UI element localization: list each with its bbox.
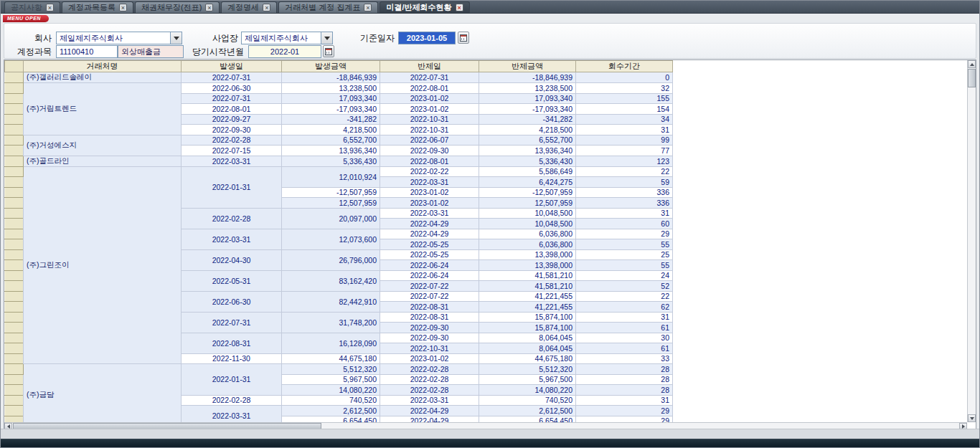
period-start-input[interactable]: 2022-01 — [248, 45, 321, 58]
cell-days[interactable]: 29 — [576, 229, 673, 239]
cell-issue-amount[interactable]: -341,282 — [282, 114, 380, 125]
cell-days[interactable]: 29 — [576, 406, 673, 416]
cell-settle-amount[interactable]: 41,221,455 — [479, 302, 576, 313]
cell-settle-date[interactable]: 2022-08-01 — [380, 83, 479, 94]
col-header-issue-amount[interactable]: 발생금액 — [282, 61, 380, 72]
row-selector[interactable] — [5, 104, 24, 115]
cell-settle-date[interactable]: 2022-08-01 — [380, 156, 479, 166]
cell-issue-date[interactable]: 2022-01-31 — [182, 364, 282, 396]
cell-settle-amount[interactable]: 41,221,455 — [479, 291, 576, 302]
cell-settle-amount[interactable]: 15,874,100 — [479, 312, 576, 323]
cell-settle-date[interactable]: 2022-09-30 — [380, 333, 479, 343]
tab-close-icon[interactable]: × — [456, 4, 463, 11]
row-selector[interactable] — [5, 72, 24, 83]
col-header-settle-amount[interactable]: 반제금액 — [479, 61, 576, 72]
cell-settle-amount[interactable]: 6,424,275 — [479, 177, 576, 188]
col-header-issue-date[interactable]: 발생일 — [182, 61, 282, 72]
cell-settle-amount[interactable]: 17,093,340 — [479, 93, 576, 104]
tab-close-icon[interactable]: × — [364, 4, 372, 11]
cell-settle-date[interactable]: 2022-04-29 — [380, 406, 479, 416]
cell-issue-amount[interactable]: 20,097,000 — [282, 208, 380, 229]
cell-issue-date[interactable]: 2022-07-15 — [182, 146, 282, 156]
cell-issue-date[interactable]: 2022-01-31 — [182, 166, 282, 208]
cell-issue-amount[interactable]: 14,080,220 — [282, 385, 380, 396]
cell-days[interactable]: 77 — [576, 146, 673, 156]
cell-days[interactable]: 30 — [576, 333, 673, 343]
chevron-down-icon[interactable] — [170, 32, 182, 44]
tab-공지사항[interactable]: 공지사항× — [4, 1, 60, 13]
cell-issue-date[interactable]: 2022-09-30 — [182, 125, 282, 135]
cell-days[interactable]: 123 — [576, 156, 673, 166]
tab-close-icon[interactable]: × — [205, 4, 213, 11]
row-selector[interactable] — [5, 333, 24, 343]
cell-days[interactable]: 61 — [576, 343, 673, 354]
cell-issue-date[interactable]: 2022-09-27 — [182, 114, 282, 125]
cell-settle-date[interactable]: 2022-03-31 — [380, 395, 479, 406]
cell-days[interactable]: 55 — [576, 239, 673, 250]
cell-customer[interactable]: (주)그린조이 — [24, 166, 182, 364]
row-selector[interactable] — [5, 166, 24, 177]
row-selector[interactable] — [5, 229, 24, 239]
cell-customer[interactable]: (주)골드라인 — [24, 156, 182, 166]
cell-settle-date[interactable]: 2022-05-25 — [380, 249, 479, 260]
cell-settle-date[interactable]: 2022-03-31 — [380, 177, 479, 188]
row-selector[interactable] — [5, 114, 24, 125]
cell-issue-amount[interactable]: -18,846,939 — [282, 72, 380, 83]
cell-issue-amount[interactable]: 44,675,180 — [282, 353, 380, 364]
cell-settle-date[interactable]: 2022-10-31 — [380, 114, 479, 125]
tab-close-icon[interactable]: × — [119, 4, 127, 11]
cell-issue-date[interactable]: 2022-07-31 — [182, 93, 282, 104]
cell-issue-date[interactable]: 2022-03-31 — [182, 156, 282, 166]
cell-settle-amount[interactable]: -12,507,959 — [479, 187, 576, 198]
cell-settle-amount[interactable]: -17,093,340 — [479, 104, 576, 115]
cell-settle-date[interactable]: 2022-09-30 — [380, 323, 479, 333]
row-selector[interactable] — [5, 83, 24, 94]
cell-issue-date[interactable]: 2022-11-30 — [182, 353, 282, 364]
cell-days[interactable]: 59 — [576, 177, 673, 188]
cell-issue-amount[interactable]: 740,520 — [282, 395, 380, 406]
cell-days[interactable]: 24 — [576, 270, 673, 281]
cell-issue-amount[interactable]: 6,552,700 — [282, 135, 380, 146]
cell-settle-date[interactable]: 2022-02-28 — [380, 364, 479, 375]
cell-settle-date[interactable]: 2022-03-31 — [380, 208, 479, 219]
cell-settle-date[interactable]: 2022-04-29 — [380, 229, 479, 239]
cell-settle-amount[interactable]: 41,581,210 — [479, 281, 576, 292]
cell-days[interactable]: 99 — [576, 135, 673, 146]
row-selector[interactable] — [5, 219, 24, 229]
cell-settle-date[interactable]: 2022-08-31 — [380, 302, 479, 313]
row-selector[interactable] — [5, 125, 24, 135]
cell-issue-amount[interactable]: 16,128,090 — [282, 333, 380, 353]
cell-settle-amount[interactable]: 14,080,220 — [479, 385, 576, 396]
cell-issue-date[interactable]: 2022-07-31 — [182, 312, 282, 333]
col-header-customer[interactable]: 거래처명 — [24, 61, 182, 72]
row-selector[interactable] — [5, 395, 24, 406]
tab-미결/반제회수현황[interactable]: 미결/반제회수현황× — [380, 1, 469, 13]
row-selector[interactable] — [5, 385, 24, 396]
cell-issue-date[interactable]: 2022-06-30 — [182, 83, 282, 94]
cell-settle-amount[interactable]: 15,874,100 — [479, 323, 576, 333]
cell-days[interactable]: 55 — [576, 260, 673, 271]
cell-issue-amount[interactable]: 5,336,430 — [282, 156, 380, 166]
cell-settle-amount[interactable]: 6,552,700 — [479, 135, 576, 146]
cell-days[interactable]: 31 — [576, 312, 673, 323]
cell-settle-date[interactable]: 2022-08-31 — [380, 312, 479, 323]
cell-settle-date[interactable]: 2023-01-02 — [380, 353, 479, 364]
row-selector[interactable] — [5, 239, 24, 250]
cell-settle-date[interactable]: 2022-06-24 — [380, 260, 479, 271]
cell-issue-amount[interactable]: 4,218,500 — [282, 125, 380, 135]
cell-settle-amount[interactable]: 13,238,500 — [479, 83, 576, 94]
cell-settle-amount[interactable]: 5,586,649 — [479, 166, 576, 177]
row-selector[interactable] — [5, 135, 24, 146]
cell-settle-date[interactable]: 2023-01-02 — [380, 187, 479, 198]
cell-settle-amount[interactable]: 44,675,180 — [479, 353, 576, 364]
cell-settle-amount[interactable]: 8,064,045 — [479, 333, 576, 343]
cell-settle-date[interactable]: 2022-06-24 — [380, 270, 479, 281]
cell-issue-amount[interactable]: 2,612,500 — [282, 406, 380, 416]
cell-days[interactable]: 62 — [576, 302, 673, 313]
row-selector[interactable] — [5, 281, 24, 292]
row-selector[interactable] — [5, 260, 24, 271]
cell-issue-date[interactable]: 2022-06-30 — [182, 291, 282, 312]
cell-issue-amount[interactable]: 17,093,340 — [282, 93, 380, 104]
scroll-down-icon[interactable] — [968, 414, 976, 422]
cell-settle-amount[interactable]: 12,507,959 — [479, 198, 576, 209]
